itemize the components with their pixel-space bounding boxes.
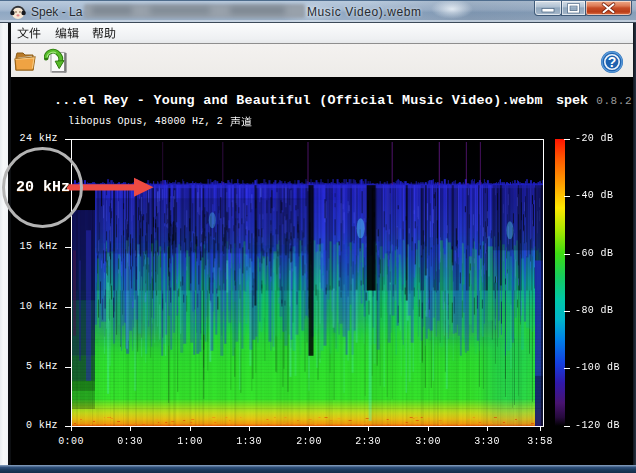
svg-text:?: ? bbox=[608, 54, 617, 70]
